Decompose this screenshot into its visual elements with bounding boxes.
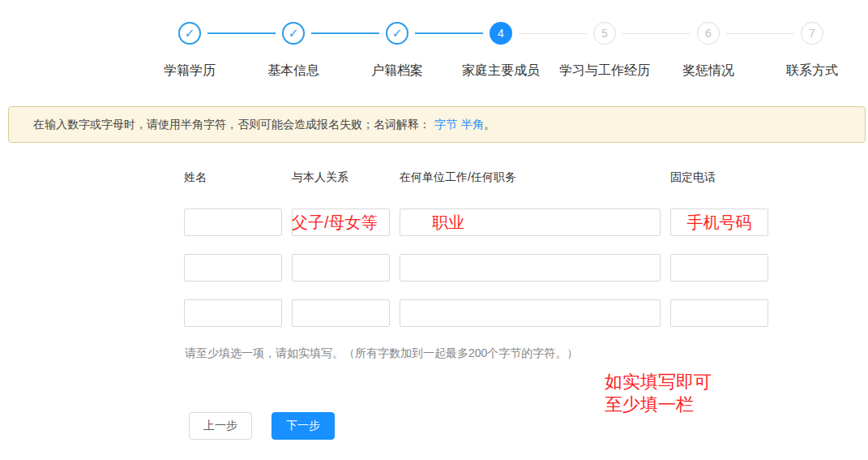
step-number-badge: 5 bbox=[593, 22, 616, 45]
wizard-stepper: ✓ 学籍学历 ✓ 基本信息 ✓ 户籍档案 4 家庭主要成员 5 学习与工作经历 … bbox=[138, 22, 864, 80]
step-label: 基本信息 bbox=[267, 62, 319, 80]
name-input-row1[interactable] bbox=[184, 209, 282, 236]
halfwidth-warning-banner: 在输入数字或字母时，请使用半角字符，否则可能会造成报名失败；名词解释：字节半角。 bbox=[8, 106, 866, 143]
form-header-row: 姓名 与本人关系 在何单位工作/任何职务 固定电话 bbox=[184, 170, 768, 185]
step-number-badge: 7 bbox=[801, 22, 823, 45]
step-label: 户籍档案 bbox=[371, 62, 423, 80]
name-input-row3[interactable] bbox=[184, 299, 282, 327]
next-step-button[interactable]: 下一步 bbox=[272, 412, 335, 440]
stepper-step-2: ✓ 基本信息 bbox=[242, 22, 345, 80]
form-row-2 bbox=[184, 254, 768, 282]
step-number-badge: 4 bbox=[490, 22, 512, 45]
family-members-form: 姓名 与本人关系 在何单位工作/任何职务 固定电话 父子/母女等 职业 手机号码 bbox=[184, 170, 768, 345]
stepper-step-5: 5 学习与工作经历 bbox=[553, 22, 656, 80]
form-helper-text: 请至少填选一项，请如实填写。（所有字数加到一起最多200个字节的字符。） bbox=[185, 346, 578, 361]
stepper-step-4-current: 4 家庭主要成员 bbox=[449, 22, 553, 80]
phone-input-row3[interactable] bbox=[670, 299, 768, 327]
link-byte-glossary[interactable]: 字节 bbox=[434, 118, 457, 132]
step-label: 学习与工作经历 bbox=[559, 62, 650, 80]
relation-input-row2[interactable] bbox=[292, 254, 390, 282]
name-input-row2[interactable] bbox=[184, 254, 282, 282]
header-phone: 固定电话 bbox=[670, 170, 768, 185]
form-row-3 bbox=[184, 299, 768, 327]
red-note-line2: 至少填一栏 bbox=[605, 393, 712, 416]
red-note-line1: 如实填写即可 bbox=[605, 371, 712, 393]
phone-input-row2[interactable] bbox=[670, 254, 768, 282]
header-name: 姓名 bbox=[184, 170, 282, 185]
check-icon: ✓ bbox=[178, 22, 201, 45]
relation-input-row3[interactable] bbox=[292, 299, 390, 327]
relation-input-row1[interactable] bbox=[292, 209, 390, 236]
workplace-input-row3[interactable] bbox=[400, 299, 661, 327]
step-label: 家庭主要成员 bbox=[462, 62, 540, 80]
notice-text: 在输入数字或字母时，请使用半角字符，否则可能会造成报名失败；名词解释： bbox=[33, 118, 430, 132]
stepper-step-3: ✓ 户籍档案 bbox=[345, 22, 449, 80]
notice-suffix: 。 bbox=[484, 118, 495, 132]
step-number-badge: 6 bbox=[697, 22, 720, 45]
step-label: 奖惩情况 bbox=[682, 62, 734, 80]
link-halfwidth-glossary[interactable]: 半角 bbox=[461, 118, 484, 132]
step-label: 学籍学历 bbox=[164, 62, 216, 80]
form-row-1: 父子/母女等 职业 手机号码 bbox=[184, 209, 768, 236]
stepper-step-6: 6 奖惩情况 bbox=[656, 22, 760, 80]
red-annotation-note: 如实填写即可 至少填一栏 bbox=[605, 371, 712, 416]
phone-input-row1[interactable] bbox=[670, 209, 768, 236]
stepper-step-7: 7 联系方式 bbox=[760, 22, 864, 80]
check-icon: ✓ bbox=[282, 22, 305, 45]
prev-step-button[interactable]: 上一步 bbox=[189, 412, 252, 440]
workplace-input-row2[interactable] bbox=[400, 254, 661, 282]
check-icon: ✓ bbox=[386, 22, 408, 45]
workplace-input-row1[interactable] bbox=[400, 209, 661, 236]
header-relation: 与本人关系 bbox=[292, 170, 390, 185]
stepper-step-1: ✓ 学籍学历 bbox=[138, 22, 242, 80]
header-workplace: 在何单位工作/任何职务 bbox=[400, 170, 661, 185]
step-label: 联系方式 bbox=[786, 62, 838, 80]
